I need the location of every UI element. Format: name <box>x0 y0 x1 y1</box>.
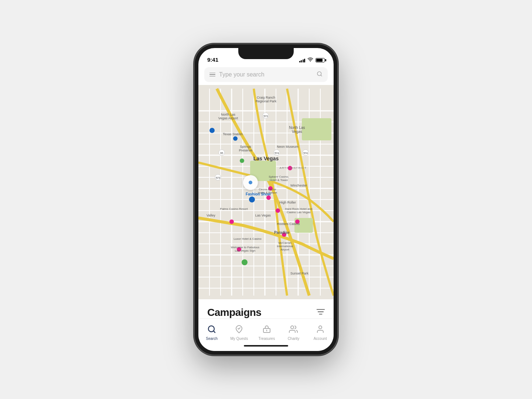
home-indicator <box>198 342 334 351</box>
wifi-icon <box>307 57 313 63</box>
tab-search[interactable]: Search <box>201 323 223 342</box>
tab-account[interactable]: Account <box>309 323 331 342</box>
status-icons <box>299 57 325 63</box>
my-quests-tab-icon <box>235 325 243 335</box>
status-time: 9:41 <box>207 57 218 63</box>
tab-search-label: Search <box>206 337 218 341</box>
status-bar: 9:41 <box>198 48 334 64</box>
svg-text:574: 574 <box>274 152 279 154</box>
tab-my-quests[interactable]: My Quests <box>227 323 251 342</box>
map-area[interactable]: 95 574 574 573 573 <box>198 85 334 299</box>
svg-rect-32 <box>302 118 331 140</box>
svg-point-49 <box>229 219 234 224</box>
treasures-tab-icon <box>262 325 271 335</box>
campaigns-header: Campaigns <box>207 307 325 318</box>
svg-text:573: 573 <box>216 177 220 179</box>
svg-text:95: 95 <box>220 152 223 154</box>
svg-line-1 <box>321 75 322 76</box>
search-input-container[interactable]: Type your search <box>204 67 328 82</box>
tab-charity[interactable]: Charity <box>282 323 304 342</box>
map-svg: 95 574 574 573 573 <box>198 85 334 299</box>
tab-account-label: Account <box>314 337 327 341</box>
account-tab-icon <box>316 325 325 335</box>
svg-point-56 <box>209 128 215 133</box>
search-tab-icon <box>207 325 216 335</box>
hamburger-icon[interactable] <box>209 73 215 77</box>
svg-text:573: 573 <box>263 115 268 117</box>
filter-button[interactable] <box>317 308 325 317</box>
phone-wrapper: 9:41 <box>194 44 338 355</box>
svg-point-45 <box>288 166 292 170</box>
svg-text:574: 574 <box>303 152 308 154</box>
svg-point-54 <box>242 259 248 265</box>
charity-tab-icon <box>289 325 298 335</box>
search-icon[interactable] <box>317 71 323 78</box>
campaigns-title: Campaigns <box>207 307 261 318</box>
user-location-dot <box>243 175 258 190</box>
svg-line-61 <box>214 331 215 332</box>
signal-bars-icon <box>299 58 306 62</box>
battery-icon <box>316 58 325 62</box>
svg-point-44 <box>240 158 244 163</box>
svg-point-48 <box>266 195 271 200</box>
phone-screen: 9:41 <box>198 48 334 351</box>
svg-point-51 <box>295 219 300 224</box>
tab-my-quests-label: My Quests <box>230 337 248 341</box>
svg-point-47 <box>268 186 273 191</box>
tab-treasures[interactable]: Treasures <box>256 323 278 342</box>
svg-point-53 <box>237 247 241 252</box>
tab-charity-label: Charity <box>288 337 300 341</box>
search-bar: Type your search <box>198 64 334 85</box>
bottom-panel: Campaigns <box>198 299 334 318</box>
svg-point-55 <box>233 136 238 141</box>
notch <box>238 48 294 59</box>
tab-treasures-label: Treasures <box>259 337 275 341</box>
svg-point-52 <box>282 232 286 237</box>
svg-point-65 <box>319 326 322 329</box>
svg-point-46 <box>249 197 255 202</box>
svg-point-50 <box>276 208 280 213</box>
search-placeholder-text: Type your search <box>219 71 313 78</box>
tab-bar: Search My Quests <box>198 318 334 342</box>
svg-point-64 <box>291 326 294 329</box>
